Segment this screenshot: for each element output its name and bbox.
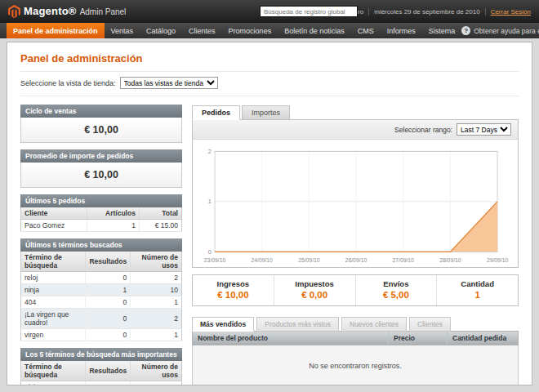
total-ingresos: Ingresos€ 10,00 — [193, 275, 274, 305]
page-title: Panel de administración — [20, 49, 519, 71]
table-row[interactable]: Paco Gomez1€ 15.00 — [21, 220, 182, 232]
cell: 0 — [86, 296, 131, 309]
column-header: Cliente — [21, 207, 87, 220]
cell: ninja — [21, 284, 86, 296]
nav-item-catalogo[interactable]: Catálogo — [140, 23, 182, 38]
svg-text:2: 2 — [208, 148, 212, 155]
cell: 1 — [131, 329, 182, 341]
last-orders-panel: Últimos 5 pedidos ClienteArtículosTotalP… — [20, 194, 182, 232]
last-orders-table: ClienteArtículosTotalPaco Gomez1€ 15.00 — [20, 207, 182, 232]
tab-clientes[interactable]: Clientes — [409, 317, 451, 332]
nav-item-panel-de-administracion[interactable]: Panel de administración — [7, 23, 105, 38]
tab-importes[interactable]: Importes — [242, 105, 290, 120]
cell: 10 — [131, 284, 182, 296]
range-label: Seleccionar rango: — [394, 126, 452, 134]
cell: ¡La virgen que cuadro! — [21, 309, 86, 329]
top-search-terms-table: Término de búsquedaResultadosNúmero de u… — [20, 361, 182, 385]
logout-link[interactable]: Cerrar Sesión — [485, 8, 531, 16]
bottom-tabs: Más vendidosProductos más vistosNuevos c… — [192, 317, 519, 332]
svg-text:25/09/10: 25/09/10 — [298, 257, 320, 263]
nav-item-clientes[interactable]: Clientes — [182, 23, 222, 38]
dashboard-right-column: PedidosImportes Seleccionar rango: Last … — [192, 105, 519, 385]
main-nav: Panel de administraciónVentasCatálogoCli… — [0, 23, 539, 38]
total-label: Cantidad — [437, 279, 518, 288]
svg-text:27/09/10: 27/09/10 — [393, 257, 415, 263]
cell: 1 — [86, 284, 131, 296]
cell: 10 — [131, 381, 182, 386]
column-header: Término de búsqueda — [21, 252, 86, 272]
cell: 1 — [87, 220, 140, 232]
panel-title: Últimos 5 términos buscados — [20, 238, 182, 252]
tab-productos-mas-vistos[interactable]: Productos más vistos — [256, 317, 339, 332]
total-value: € 10,00 — [193, 290, 274, 300]
store-view-label: Seleccione la vista de tienda: — [20, 79, 116, 87]
cell: 1 — [131, 296, 182, 309]
chart-area: 01223/09/1024/09/1025/09/1026/09/1027/09… — [193, 140, 518, 267]
svg-text:24/09/10: 24/09/10 — [252, 257, 274, 263]
panel-title: Últimos 5 pedidos — [20, 194, 182, 207]
cell: 2 — [131, 309, 182, 329]
app-header: Magento® Admin Panel Accedió como aparo … — [0, 0, 539, 23]
range-select[interactable]: Last 7 Days — [457, 123, 511, 136]
current-date-text: miércoles 29 de septiembre de 2010 — [368, 8, 479, 16]
cell: virgen — [21, 329, 86, 341]
store-view-select[interactable]: Todas las vistas de tienda — [120, 77, 218, 89]
magento-logo: Magento® Admin Panel — [8, 5, 126, 18]
table-row[interactable]: reloj02 — [21, 272, 182, 284]
panel-title: Los 5 términos de búsqueda más important… — [20, 348, 182, 361]
table-row[interactable]: ¡La virgen que cuadro!02 — [21, 309, 182, 329]
orders-tabs: PedidosImportes — [192, 105, 519, 120]
nav-item-promociones[interactable]: Promociones — [222, 23, 278, 38]
table-row[interactable]: ninja110 — [21, 381, 182, 386]
cell: reloj — [21, 272, 86, 284]
table-row[interactable]: virgen01 — [21, 329, 182, 341]
help-label: Obtener ayuda para esta página — [474, 27, 539, 35]
svg-text:29/09/10: 29/09/10 — [487, 257, 509, 263]
tab-nuevos-clientes[interactable]: Nuevos clientes — [341, 317, 407, 332]
cell: 0 — [86, 329, 131, 341]
total-cantidad: Cantidad1 — [436, 275, 518, 305]
total-value: € 5,00 — [356, 290, 437, 300]
magento-admin-page: Magento® Admin Panel Accedió como aparo … — [0, 0, 539, 385]
nav-item-cms[interactable]: CMS — [351, 23, 381, 38]
nav-item-informes[interactable]: Informes — [381, 23, 422, 38]
nav-item-boletin-de-noticias[interactable]: Boletín de noticias — [278, 23, 351, 38]
column-header: Resultados — [86, 252, 131, 272]
help-link[interactable]: ? Obtener ayuda para esta página — [461, 23, 539, 38]
orders-chart: 01223/09/1024/09/1025/09/1026/09/1027/09… — [199, 145, 511, 265]
table-row[interactable]: ninja110 — [21, 284, 182, 296]
total-label: Ingresos — [193, 279, 274, 288]
svg-text:28/09/10: 28/09/10 — [439, 257, 461, 263]
nav-menu: Panel de administraciónVentasCatálogoCli… — [7, 23, 461, 38]
tab-pedidos[interactable]: Pedidos — [192, 105, 240, 120]
logo-subtext: Admin Panel — [80, 7, 127, 16]
table-row[interactable]: 40401 — [21, 296, 182, 309]
cell: € 15.00 — [139, 220, 181, 232]
svg-text:23/09/10: 23/09/10 — [204, 257, 226, 263]
dashboard: Ciclo de ventas € 10,00 Promedio de impo… — [20, 105, 519, 385]
content-area: Panel de administración Seleccione la vi… — [7, 42, 532, 385]
store-view-switcher: Seleccione la vista de tienda: Todas las… — [20, 71, 519, 96]
total-value: € 0,00 — [274, 290, 355, 300]
nav-item-ventas[interactable]: Ventas — [105, 23, 140, 38]
cell: 0 — [86, 309, 131, 329]
total-value: 1 — [437, 290, 518, 300]
global-search-input[interactable] — [260, 6, 358, 17]
column-header: Cantidad pedida — [448, 332, 518, 345]
tab-mas-vendidos[interactable]: Más vendidos — [192, 317, 254, 332]
nav-item-sistema[interactable]: Sistema — [422, 23, 462, 38]
average-orders-panel: Promedio de importe de pedidos € 10,00 — [20, 149, 182, 188]
panel-title: Ciclo de ventas — [20, 105, 182, 118]
cell: 0 — [86, 272, 131, 284]
table-header-row: ClienteArtículosTotal — [21, 207, 182, 220]
column-header: Nombre del producto — [193, 332, 389, 345]
column-header: Número de usos — [131, 361, 182, 381]
dashboard-left-column: Ciclo de ventas € 10,00 Promedio de impo… — [20, 105, 182, 385]
totals-bar: Ingresos€ 10,00Impuestos€ 0,00Envíos€ 5,… — [192, 274, 519, 306]
lifetime-sales-panel: Ciclo de ventas € 10,00 — [20, 105, 182, 143]
total-label: Envíos — [356, 279, 437, 288]
cell: 404 — [21, 296, 86, 309]
products-grid: Nombre del productoPrecioCantidad pedida… — [192, 331, 519, 385]
orders-panel: Seleccionar rango: Last 7 Days 01223/09/… — [192, 119, 519, 268]
column-header: Resultados — [86, 361, 131, 381]
